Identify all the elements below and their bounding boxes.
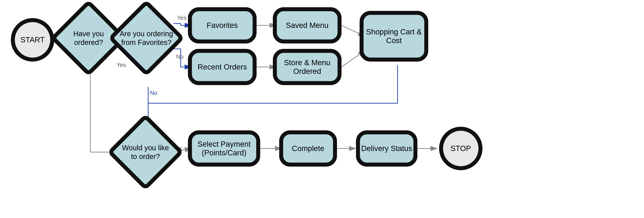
select-payment-label: Select Payment (Points/Card) xyxy=(192,140,256,157)
store-menu-ordered-node: Store & Menu Ordered xyxy=(273,49,342,85)
would-you-like-node: Would you like to order? xyxy=(118,125,172,179)
shopping-cart-cost-node: Shopping Cart & Cost xyxy=(360,11,428,62)
start-label: START xyxy=(20,36,45,44)
would-you-like-label: Would you like to order? xyxy=(118,143,172,161)
recent-orders-node: Recent Orders xyxy=(188,49,256,85)
label-yes-favorites: Yes xyxy=(177,15,186,21)
favorites-node: Favorites xyxy=(188,7,256,43)
label-no-recent: No xyxy=(176,53,184,60)
shopping-cart-cost-label: Shopping Cart & Cost xyxy=(364,28,424,45)
have-you-ordered-node: Have you ordered? xyxy=(62,11,116,65)
delivery-status-node: Delivery Status xyxy=(356,130,418,167)
have-you-ordered-label: Have you ordered? xyxy=(62,29,116,47)
saved-menu-node: Saved Menu xyxy=(273,7,342,43)
favorites-label: Favorites xyxy=(207,21,238,30)
store-menu-ordered-label: Store & Menu Ordered xyxy=(277,58,338,76)
saved-menu-label: Saved Menu xyxy=(286,21,328,30)
stop-label: STOP xyxy=(450,144,471,153)
ordering-from-favorites-label: Are you ordering from Favorites? xyxy=(119,29,174,47)
flowchart-diagram: Yes No Yes No No Yes START Have you orde… xyxy=(0,0,644,218)
select-payment-node: Select Payment (Points/Card) xyxy=(188,130,260,167)
recent-orders-label: Recent Orders xyxy=(198,63,247,71)
delivery-status-label: Delivery Status xyxy=(361,144,412,153)
start-node: START xyxy=(11,18,54,62)
label-no-would-up: No xyxy=(150,90,158,96)
stop-node: STOP xyxy=(439,127,482,170)
ordering-from-favorites-node: Are you ordering from Favorites? xyxy=(119,11,174,65)
complete-label: Complete xyxy=(292,144,324,153)
complete-node: Complete xyxy=(279,130,337,167)
